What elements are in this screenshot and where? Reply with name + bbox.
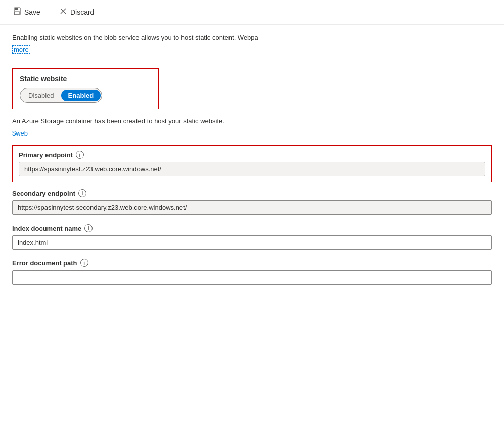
error-document-info-icon[interactable]: i	[80, 259, 88, 267]
learn-more-link[interactable]: more	[12, 45, 30, 54]
disabled-option[interactable]: Disabled	[21, 90, 61, 101]
toolbar: Save Discard	[0, 0, 504, 25]
primary-endpoint-label: Primary endpoint i	[19, 151, 485, 159]
index-document-label: Index document name i	[12, 224, 492, 232]
content-area: Enabling static websites on the blob ser…	[0, 25, 504, 302]
secondary-endpoint-label: Secondary endpoint i	[12, 189, 492, 197]
primary-endpoint-input[interactable]	[19, 162, 485, 176]
index-document-info-icon[interactable]: i	[84, 224, 93, 232]
error-document-section: Error document path i	[12, 259, 492, 285]
static-website-toggle[interactable]: Disabled Enabled	[20, 88, 102, 103]
web-container-link[interactable]: $web	[12, 129, 28, 137]
discard-button[interactable]: Discard	[54, 4, 99, 20]
save-label: Save	[24, 8, 40, 16]
description-section: Enabling static websites on the blob ser…	[12, 33, 492, 53]
secondary-endpoint-section: Secondary endpoint i	[12, 189, 492, 215]
secondary-endpoint-input[interactable]	[12, 200, 492, 215]
container-info-text: An Azure Storage container has been crea…	[12, 116, 492, 126]
static-website-label: Static website	[20, 75, 151, 83]
secondary-endpoint-info-icon[interactable]: i	[78, 189, 86, 197]
discard-label: Discard	[70, 8, 94, 16]
svg-rect-2	[15, 12, 20, 14]
discard-icon	[59, 7, 67, 17]
save-button[interactable]: Save	[8, 4, 45, 20]
container-info-section: An Azure Storage container has been crea…	[12, 116, 492, 138]
error-document-input[interactable]	[12, 270, 492, 285]
index-document-section: Index document name i	[12, 224, 492, 250]
primary-endpoint-section: Primary endpoint i	[12, 145, 492, 182]
description-text: Enabling static websites on the blob ser…	[12, 33, 492, 43]
primary-endpoint-info-icon[interactable]: i	[76, 151, 84, 159]
static-website-section: Static website Disabled Enabled	[12, 68, 159, 109]
svg-rect-1	[15, 8, 18, 10]
toggle-container: Disabled Enabled	[20, 88, 151, 103]
index-document-input[interactable]	[12, 235, 492, 250]
separator	[50, 7, 50, 17]
error-document-label: Error document path i	[12, 259, 492, 267]
save-icon	[13, 7, 21, 17]
enabled-option[interactable]: Enabled	[61, 90, 101, 101]
